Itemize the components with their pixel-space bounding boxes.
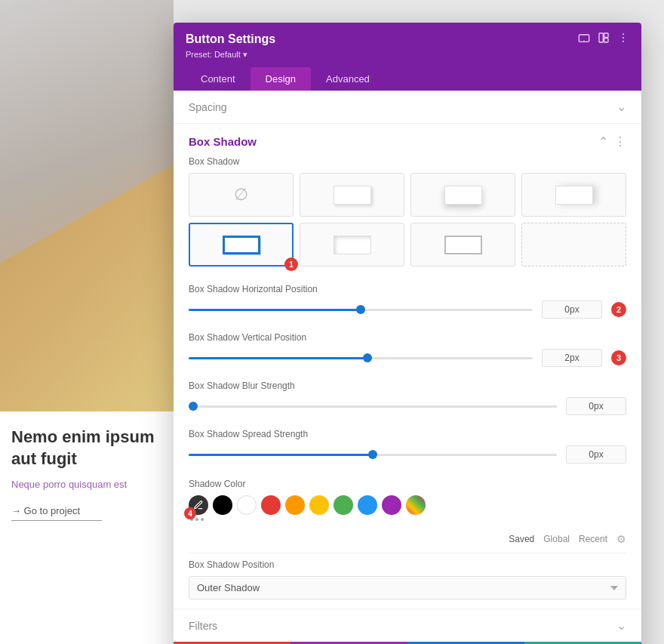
page-image — [0, 0, 174, 411]
color-swatch-orange[interactable] — [285, 495, 305, 515]
slider-spread-track[interactable] — [189, 454, 557, 456]
go-to-project-link[interactable]: → Go to project — [11, 505, 102, 521]
svg-point-1 — [583, 40, 584, 41]
color-swatch-green[interactable] — [334, 495, 353, 515]
slider-spread-label: Box Shadow Spread Strength — [189, 429, 626, 439]
dot-3 — [201, 518, 204, 521]
slider-horizontal-input[interactable] — [542, 300, 602, 319]
color-picker-button[interactable]: 4 — [189, 495, 208, 515]
slider-spread: Box Shadow Spread Strength — [174, 423, 641, 471]
shadow-color-section: Shadow Color 4 — [174, 471, 641, 530]
badge-4: 4 — [184, 507, 196, 519]
slider-horizontal-fill — [189, 309, 361, 311]
slider-vertical-input[interactable] — [542, 349, 602, 367]
box-shadow-position-section: Box Shadow Position Outer Shadow Inner S… — [174, 553, 641, 609]
shadow-option-bottom[interactable] — [410, 173, 515, 217]
page-heading: Nemo enim ipsum aut fugit — [11, 427, 162, 470]
filters-section[interactable]: Filters ⌄ — [174, 609, 641, 642]
color-settings-icon[interactable]: ⚙ — [616, 533, 626, 545]
slider-vertical-track[interactable] — [189, 357, 533, 359]
page-subtext: Neque porro quisquam est — [11, 479, 162, 490]
slider-vertical-thumb[interactable] — [363, 353, 372, 362]
shadow-option-right[interactable] — [521, 173, 626, 217]
position-select[interactable]: Outer Shadow Inner Shadow — [189, 576, 626, 599]
spacing-arrow: ⌄ — [616, 100, 626, 114]
box-shadow-more-icon[interactable]: ⋮ — [614, 134, 626, 149]
slider-blur-input[interactable] — [566, 397, 626, 415]
svg-rect-2 — [599, 33, 603, 42]
svg-point-5 — [622, 33, 624, 35]
panel-header-icons — [578, 32, 629, 47]
svg-rect-4 — [604, 39, 608, 42]
tab-advanced[interactable]: Advanced — [311, 67, 385, 91]
collapse-icon[interactable]: ⌃ — [598, 134, 608, 149]
shadow-option-custom[interactable]: 1 — [189, 223, 294, 267]
shadow-preview-small — [334, 186, 371, 205]
recent-tab[interactable]: Recent — [579, 534, 607, 544]
tab-design[interactable]: Design — [251, 67, 311, 91]
svg-point-6 — [622, 37, 624, 39]
shadow-color-label: Shadow Color — [189, 479, 626, 489]
color-swatch-blue[interactable] — [358, 495, 377, 515]
no-shadow-icon: ∅ — [234, 185, 248, 205]
svg-rect-3 — [604, 33, 608, 37]
slider-spread-fill — [189, 454, 373, 456]
page-background: Nemo enim ipsum aut fugit Neque porro qu… — [0, 0, 174, 644]
panel-preset[interactable]: Preset: Default ▾ — [186, 50, 629, 60]
slider-horizontal-label: Box Shadow Horizontal Position — [189, 284, 626, 294]
slider-blur: Box Shadow Blur Strength — [174, 374, 641, 423]
shadow-option-small[interactable] — [300, 173, 404, 217]
layout-icon[interactable] — [598, 32, 610, 47]
settings-panel: Button Settings Preset: Default ▾ Conten… — [174, 23, 641, 644]
slider-spread-thumb[interactable] — [368, 450, 377, 459]
badge-3: 3 — [611, 350, 626, 365]
spacing-section[interactable]: Spacing ⌄ — [174, 91, 641, 124]
saved-row: Saved Global Recent ⚙ — [174, 530, 641, 553]
shadow-sublabel: Box Shadow — [174, 156, 641, 173]
slider-vertical-fill — [189, 357, 367, 359]
box-shadow-title: Box Shadow — [189, 135, 257, 148]
color-swatch-black[interactable] — [213, 495, 232, 515]
slider-horizontal-track[interactable] — [189, 309, 533, 311]
slider-horizontal-thumb[interactable] — [356, 305, 365, 314]
panel-body: Spacing ⌄ Box Shadow ⌃ ⋮ Box Shadow ∅ — [174, 91, 641, 642]
slider-blur-track[interactable] — [189, 405, 557, 408]
slider-spread-input[interactable] — [566, 445, 626, 464]
panel-tabs: Content Design Advanced — [186, 67, 629, 91]
panel-title: Button Settings — [186, 32, 275, 46]
panel-header: Button Settings Preset: Default ▾ Conten… — [174, 23, 641, 91]
badge-1: 1 — [284, 257, 298, 271]
shadow-option-empty[interactable] — [521, 223, 626, 267]
color-swatch-white[interactable] — [237, 495, 257, 515]
svg-point-7 — [622, 41, 624, 42]
slider-vertical-label: Box Shadow Vertical Position — [189, 332, 626, 343]
shadow-option-inner[interactable] — [300, 223, 404, 267]
slider-blur-thumb[interactable] — [189, 402, 198, 411]
global-tab[interactable]: Global — [543, 534, 570, 544]
color-swatch-red[interactable] — [261, 495, 281, 515]
color-swatch-yellow[interactable] — [309, 495, 329, 515]
shadow-preview-inner — [334, 236, 371, 254]
shadow-preview-custom — [223, 236, 260, 254]
tab-content[interactable]: Content — [186, 67, 251, 91]
responsive-icon[interactable] — [578, 32, 590, 47]
shadow-grid: ∅ 1 — [174, 173, 641, 278]
color-row: 4 — [189, 495, 626, 515]
badge-2: 2 — [611, 302, 626, 317]
color-swatch-purple[interactable] — [382, 495, 401, 515]
slider-horizontal: Box Shadow Horizontal Position 2 — [174, 278, 641, 326]
saved-tab[interactable]: Saved — [509, 534, 534, 544]
slider-blur-label: Box Shadow Blur Strength — [189, 381, 626, 391]
box-shadow-header-icons: ⌃ ⋮ — [598, 134, 626, 149]
shadow-preview-right — [555, 186, 593, 205]
dot-2 — [195, 518, 198, 521]
spacing-label: Spacing — [189, 101, 227, 113]
more-icon[interactable] — [617, 32, 629, 47]
shadow-option-outline[interactable] — [410, 223, 515, 267]
shadow-option-none[interactable]: ∅ — [189, 173, 294, 217]
color-swatch-gradient[interactable] — [406, 495, 426, 515]
filters-label: Filters — [189, 620, 217, 632]
filters-arrow: ⌄ — [616, 618, 626, 633]
position-label: Box Shadow Position — [189, 559, 626, 570]
more-colors-dots[interactable] — [189, 515, 626, 521]
